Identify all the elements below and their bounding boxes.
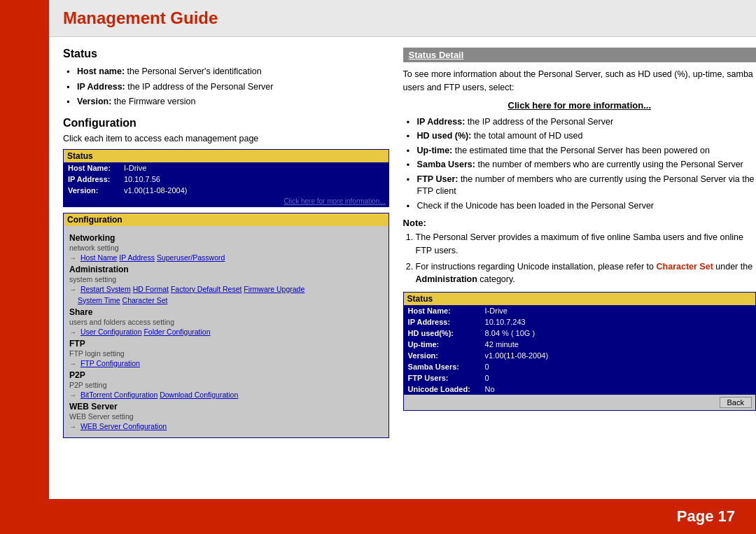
link-systemtime[interactable]: System Time — [78, 296, 120, 304]
table-value: 0 — [481, 361, 755, 372]
right-bullet-4: Samba Users: the number of members who a… — [407, 159, 756, 171]
table-row: FTP Users: 0 — [404, 372, 755, 384]
config-p2p-links: → BitTorrent Configuration Download Conf… — [69, 391, 383, 399]
note-item-1: The Personal Server provides a maximum o… — [416, 231, 756, 258]
link-downloadconfig[interactable]: Download Configuration — [160, 391, 238, 399]
right-bullet-list: IP Address: the IP address of the Person… — [403, 116, 756, 213]
page-number: Page 17 — [677, 507, 735, 526]
config-webserver-name: WEB Server — [69, 402, 383, 412]
link-bittorrent[interactable]: BitTorrent Configuration — [80, 391, 158, 399]
config-networking-name: Networking — [69, 233, 383, 243]
table-value: 8.04 % ( 10G ) — [481, 328, 755, 339]
config-table-title: Configuration — [64, 213, 388, 226]
status-detail-table: Host Name: I-Drive IP Address: 10.10.7.2… — [404, 305, 755, 395]
link-ftpconfig[interactable]: FTP Configuration — [80, 359, 140, 367]
status-term-3: Version: — [77, 97, 111, 106]
config-administration-links: → Restart System HD Format Factory Defau… — [69, 285, 383, 293]
table-label: Version: — [404, 350, 481, 361]
arrow-icon: → — [69, 391, 76, 399]
table-label: HD used(%): — [404, 328, 481, 339]
link-userconfig[interactable]: User Configuration — [80, 328, 142, 336]
table-label: Host Name: — [64, 162, 120, 174]
table-label: IP Address: — [64, 174, 120, 185]
table-label: Unicode Loaded: — [404, 384, 481, 395]
click-more-link-right[interactable]: Click here for more information... — [403, 100, 756, 111]
right-intro-text: To see more information about the Person… — [403, 68, 756, 94]
config-administration-links2: System Time Character Set — [69, 296, 383, 304]
right-term-4: Samba Users: — [417, 160, 475, 169]
left-column: Status Host name: the Personal Server's … — [63, 48, 389, 487]
link-ipaddress[interactable]: IP Address — [119, 253, 155, 262]
table-value: 10.10.7.243 — [481, 316, 755, 328]
table-value: 42 minute — [481, 339, 755, 350]
config-description: Click each item to access each managemen… — [63, 134, 389, 143]
note-list: The Personal Server provides a maximum o… — [403, 231, 756, 286]
config-ftp-desc: FTP login setting — [69, 349, 383, 358]
status-detail-table-wrap: Status Host Name: I-Drive IP Address: 10… — [403, 292, 756, 411]
red-left-bar — [0, 0, 49, 534]
content-area: Status Host name: the Personal Server's … — [49, 37, 756, 498]
arrow-icon: → — [69, 360, 76, 367]
config-share-links: → User Configuration Folder Configuratio… — [69, 328, 383, 336]
right-term-3: Up-time: — [417, 146, 453, 155]
status-table: Host Name: I-Drive IP Address: 10.10.7.5… — [64, 162, 388, 196]
link-restart[interactable]: Restart System — [80, 285, 131, 293]
config-p2p-name: P2P — [69, 370, 383, 380]
arrow-icon: → — [69, 328, 76, 336]
table-label: Samba Users: — [404, 361, 481, 372]
config-administration-desc: system setting — [69, 275, 383, 283]
table-label: Host Name: — [404, 305, 481, 316]
click-more-link-top[interactable]: Click here for more information... — [64, 196, 388, 206]
back-button[interactable]: Back — [720, 397, 752, 408]
right-bullet-2: HD used (%): the total amount of HD used — [407, 130, 756, 143]
table-row: IP Address: 10.10.7.243 — [404, 316, 755, 328]
table-row: Host Name: I-Drive — [404, 305, 755, 316]
link-hostname[interactable]: Host Name — [80, 253, 118, 262]
right-term-5: FTP User: — [417, 174, 458, 184]
status-bullet-3: Version: the Firmware version — [66, 96, 389, 108]
arrow-icon: → — [69, 423, 76, 430]
table-label: IP Address: — [404, 316, 481, 328]
config-networking-links: → Host Name IP Address Superuser/Passwor… — [69, 253, 383, 262]
link-folderconfig[interactable]: Folder Configuration — [144, 328, 210, 336]
back-button-row: Back — [404, 395, 755, 410]
link-factory[interactable]: Factory Default Reset — [171, 285, 242, 293]
note-heading: Note: — [403, 218, 756, 228]
charset-link[interactable]: Character Set — [657, 262, 713, 272]
table-value: I-Drive — [120, 162, 388, 174]
table-row: Version: v1.00(11-08-2004) — [404, 350, 755, 361]
link-charset[interactable]: Character Set — [122, 296, 168, 304]
right-bullet-6: Check if the Unicode has been loaded in … — [407, 200, 756, 213]
config-networking-desc: network setting — [69, 244, 383, 252]
note-item-2: For instructions regarding Unicode insta… — [416, 260, 756, 287]
table-label: FTP Users: — [404, 372, 481, 384]
link-webserverconfig[interactable]: WEB Server Configuration — [80, 422, 167, 430]
config-ftp-links: → FTP Configuration — [69, 359, 383, 367]
config-webserver-links: → WEB Server Configuration — [69, 422, 383, 430]
config-administration-name: Administration — [69, 265, 383, 274]
table-value: 10.10.7.56 — [120, 174, 388, 185]
config-ftp-name: FTP — [69, 339, 383, 349]
status-bullet-1: Host name: the Personal Server's identif… — [66, 66, 389, 78]
config-heading: Configuration — [63, 117, 389, 129]
table-value: No — [481, 384, 755, 395]
arrow-icon: → — [69, 286, 76, 293]
table-row: HD used(%): 8.04 % ( 10G ) — [404, 328, 755, 339]
red-bottom-bar: Page 17 — [0, 499, 756, 534]
status-detail-table-title: Status — [404, 293, 755, 305]
right-term-2: HD used (%): — [417, 131, 472, 141]
note-section: Note: The Personal Server provides a max… — [403, 218, 756, 286]
link-firmware[interactable]: Firmware Upgrade — [244, 285, 304, 293]
config-table-wrap: Configuration Networking network setting… — [63, 213, 389, 438]
status-term-1: Host name: — [77, 66, 125, 76]
table-row: Unicode Loaded: No — [404, 384, 755, 395]
table-value: v1.00(11-08-2004) — [120, 185, 388, 196]
config-share-desc: users and folders access setting — [69, 318, 383, 326]
main-content: Management Guide Status Host name: the P… — [49, 0, 756, 499]
link-hdformat[interactable]: HD Format — [133, 285, 169, 293]
status-term-2: IP Address: — [77, 82, 125, 92]
link-superuser[interactable]: Superuser/Password — [157, 253, 225, 262]
right-term-1: IP Address: — [417, 117, 465, 127]
page-title: Management Guide — [63, 8, 742, 28]
table-row: Host Name: I-Drive — [64, 162, 388, 174]
